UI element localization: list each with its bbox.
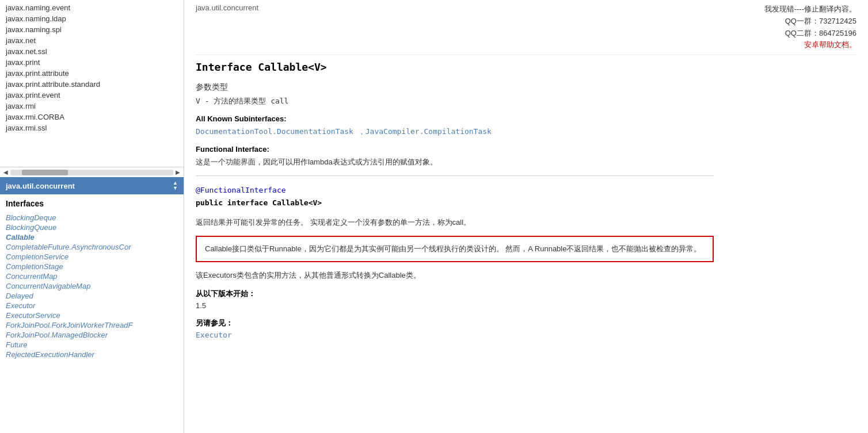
interfaces-heading: Interfaces [6, 199, 178, 208]
see-also-label: 另请参见： [196, 318, 714, 328]
package-item[interactable]: javax.net.ssl [0, 46, 184, 57]
param-detail: V - 方法的结果类型 call [196, 96, 714, 106]
functional-desc: 这是一个功能界面，因此可以用作lambda表达式或方法引用的赋值对象。 [196, 157, 714, 167]
code-block: @FunctionalInterface public interface Ca… [196, 184, 714, 209]
qq-group-2: QQ二群：864725196 [764, 28, 856, 40]
package-item[interactable]: javax.print.attribute.standard [0, 79, 184, 90]
sidebar: javax.naming.event javax.naming.ldap jav… [0, 0, 184, 433]
interface-item-completable-future[interactable]: CompletableFuture.AsynchronousCor [6, 242, 178, 252]
qq-group-1: QQ一群：732712425 [764, 16, 856, 28]
current-package-label: java.util.concurrent [6, 182, 75, 190]
interface-item-blocking-queue[interactable]: BlockingQueue [6, 223, 178, 232]
subinterface-separator: ， [353, 127, 366, 136]
main-content: java.util.concurrent 我发现错----修止翻译内容。 QQ一… [184, 0, 868, 433]
interface-item-executor[interactable]: Executor [6, 301, 178, 311]
description2: 该Executors类包含的实用方法，从其他普通形式转换为Callable类。 [196, 270, 714, 281]
known-subinterfaces-label: All Known Subinterfaces: [196, 114, 714, 123]
annotation-text: @FunctionalInterface [196, 186, 286, 194]
scroll-down-arrow[interactable]: ▼ [173, 186, 178, 191]
package-item[interactable]: javax.net [0, 35, 184, 46]
since-value: 1.5 [196, 301, 714, 310]
package-item[interactable]: javax.naming.ldap [0, 13, 184, 24]
breadcrumb: java.util.concurrent [196, 3, 258, 12]
interface-item-forkjoinpool-worker[interactable]: ForkJoinPool.ForkJoinWorkerThreadF [6, 320, 178, 330]
since-label: 从以下版本开始： [196, 289, 714, 299]
scrollbar-thumb[interactable] [22, 170, 68, 175]
package-list[interactable]: javax.naming.event javax.naming.ldap jav… [0, 0, 184, 167]
description1: 返回结果并可能引发异常的任务。 实现者定义一个没有参数的单一方法，称为call。 [196, 217, 714, 228]
package-item[interactable]: javax.print.attribute [0, 68, 184, 79]
page-title: Interface Callable<V> [196, 61, 714, 73]
top-right-info: 我发现错----修止翻译内容。 QQ一群：732712425 QQ二群：8647… [764, 3, 856, 51]
package-item[interactable]: javax.print [0, 57, 184, 68]
android-link[interactable]: 安卓帮助文档。 [764, 39, 856, 51]
interface-item-delayed[interactable]: Delayed [6, 291, 178, 301]
scroll-right-arrow[interactable]: ▶ [176, 169, 180, 175]
subinterface2-link[interactable]: JavaCompiler.CompilationTask [366, 127, 492, 136]
package-item[interactable]: javax.rmi [0, 101, 184, 112]
interface-item-completion-stage[interactable]: CompletionStage [6, 262, 178, 271]
package-item[interactable]: javax.naming.event [0, 2, 184, 13]
error-notice: 我发现错----修止翻译内容。 [764, 3, 856, 16]
interface-item-concurrent-navigable-map[interactable]: ConcurrentNavigableMap [6, 281, 178, 291]
interface-item-future[interactable]: Future [6, 340, 178, 350]
see-also-link[interactable]: Executor [196, 331, 232, 339]
top-bar: java.util.concurrent 我发现错----修止翻译内容。 QQ一… [196, 0, 856, 55]
package-item[interactable]: javax.rmi.ssl [0, 122, 184, 133]
interface-item-rejected-execution[interactable]: RejectedExecutionHandler [6, 350, 178, 359]
scroll-left-arrow[interactable]: ◀ [3, 169, 8, 175]
package-scroll-arrows[interactable]: ▲ ▼ [173, 181, 178, 191]
package-item[interactable]: javax.rmi.CORBA [0, 112, 184, 122]
content-area: Interface Callable<V> 参数类型 V - 方法的结果类型 c… [196, 61, 714, 339]
interface-item-callable[interactable]: Callable [6, 232, 178, 242]
interface-item-executor-service[interactable]: ExecutorService [6, 311, 178, 320]
horizontal-scrollbar[interactable]: ◀ ▶ [0, 167, 184, 177]
highlighted-box: Callable接口类似于Runnable，因为它们都是为其实例可能由另一个线程… [196, 236, 714, 262]
package-item[interactable]: javax.print.event [0, 90, 184, 101]
divider [196, 175, 714, 176]
param-type-label: 参数类型 [196, 82, 714, 93]
subinterfaces-links: DocumentationTool.DocumentationTask ，Jav… [196, 127, 714, 137]
highlighted-text: Callable接口类似于Runnable，因为它们都是为其实例可能由另一个线程… [205, 244, 701, 253]
scrollbar-track[interactable] [10, 170, 173, 175]
current-package: java.util.concurrent ▲ ▼ [0, 177, 184, 194]
interface-item-blocking-deque[interactable]: BlockingDeque [6, 213, 178, 223]
interface-item-concurrent-map[interactable]: ConcurrentMap [6, 271, 178, 281]
interface-item-forkjoinpool-managed[interactable]: ForkJoinPool.ManagedBlocker [6, 330, 178, 340]
package-item[interactable]: javax.naming.spi [0, 24, 184, 35]
subinterface1-link[interactable]: DocumentationTool.DocumentationTask [196, 127, 353, 136]
interface-item-completion-service[interactable]: CompletionService [6, 252, 178, 262]
functional-label: Functional Interface: [196, 145, 714, 154]
interfaces-section: Interfaces BlockingDeque BlockingQueue C… [0, 194, 184, 433]
